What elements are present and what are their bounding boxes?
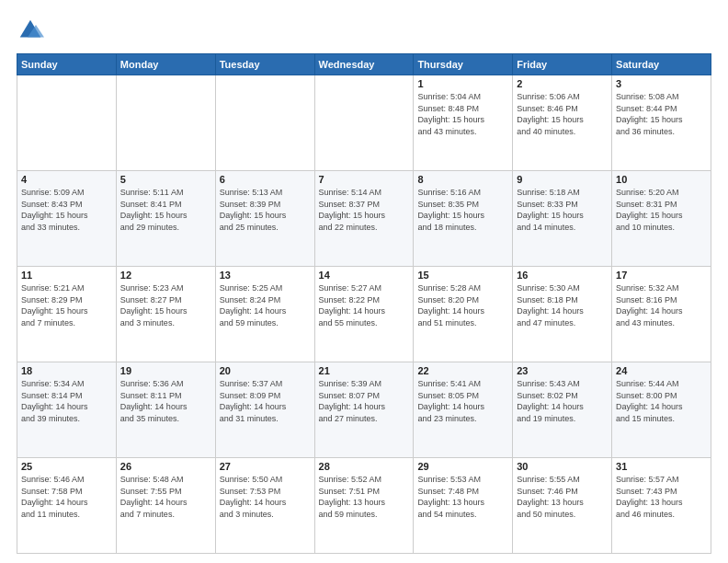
- day-info: Sunrise: 5:16 AM Sunset: 8:35 PM Dayligh…: [417, 187, 508, 233]
- day-number: 22: [417, 365, 508, 376]
- calendar-cell: 1Sunrise: 5:04 AM Sunset: 8:48 PM Daylig…: [414, 75, 513, 171]
- day-number: 19: [120, 365, 211, 376]
- day-info: Sunrise: 5:04 AM Sunset: 8:48 PM Dayligh…: [417, 91, 508, 137]
- day-number: 27: [220, 461, 311, 472]
- calendar-cell: [215, 75, 314, 171]
- weekday-header-wednesday: Wednesday: [314, 54, 414, 75]
- day-info: Sunrise: 5:25 AM Sunset: 8:24 PM Dayligh…: [220, 282, 311, 328]
- calendar-cell: 17Sunrise: 5:32 AM Sunset: 8:16 PM Dayli…: [612, 267, 711, 362]
- header: [17, 17, 711, 44]
- weekday-header-saturday: Saturday: [612, 54, 711, 75]
- day-number: 30: [517, 461, 608, 472]
- calendar-cell: 13Sunrise: 5:25 AM Sunset: 8:24 PM Dayli…: [215, 267, 314, 362]
- day-number: 28: [319, 461, 410, 472]
- calendar-table: SundayMondayTuesdayWednesdayThursdayFrid…: [17, 53, 711, 554]
- calendar-cell: 22Sunrise: 5:41 AM Sunset: 8:05 PM Dayli…: [414, 362, 513, 458]
- calendar-cell: 26Sunrise: 5:48 AM Sunset: 7:55 PM Dayli…: [116, 458, 215, 554]
- day-info: Sunrise: 5:52 AM Sunset: 7:51 PM Dayligh…: [319, 474, 410, 520]
- day-number: 9: [517, 174, 608, 185]
- weekday-header-monday: Monday: [116, 54, 215, 75]
- day-info: Sunrise: 5:32 AM Sunset: 8:16 PM Dayligh…: [616, 282, 707, 328]
- week-row-2: 11Sunrise: 5:21 AM Sunset: 8:29 PM Dayli…: [17, 267, 711, 362]
- page: SundayMondayTuesdayWednesdayThursdayFrid…: [0, 0, 728, 563]
- day-number: 1: [417, 78, 508, 89]
- logo: [17, 17, 48, 44]
- day-number: 2: [517, 78, 608, 89]
- calendar-cell: 6Sunrise: 5:13 AM Sunset: 8:39 PM Daylig…: [215, 171, 314, 267]
- day-info: Sunrise: 5:13 AM Sunset: 8:39 PM Dayligh…: [220, 187, 311, 233]
- day-number: 4: [21, 174, 112, 185]
- day-info: Sunrise: 5:27 AM Sunset: 8:22 PM Dayligh…: [319, 282, 410, 328]
- day-number: 23: [517, 365, 608, 376]
- weekday-header-thursday: Thursday: [414, 54, 513, 75]
- day-number: 18: [21, 365, 112, 376]
- day-info: Sunrise: 5:11 AM Sunset: 8:41 PM Dayligh…: [120, 187, 211, 233]
- calendar-cell: 8Sunrise: 5:16 AM Sunset: 8:35 PM Daylig…: [414, 171, 513, 267]
- week-row-3: 18Sunrise: 5:34 AM Sunset: 8:14 PM Dayli…: [17, 362, 711, 458]
- calendar-cell: 20Sunrise: 5:37 AM Sunset: 8:09 PM Dayli…: [215, 362, 314, 458]
- calendar-cell: 11Sunrise: 5:21 AM Sunset: 8:29 PM Dayli…: [17, 267, 117, 362]
- day-number: 24: [616, 365, 707, 376]
- calendar-cell: 29Sunrise: 5:53 AM Sunset: 7:48 PM Dayli…: [414, 458, 513, 554]
- calendar-cell: 31Sunrise: 5:57 AM Sunset: 7:43 PM Dayli…: [612, 458, 711, 554]
- day-number: 8: [417, 174, 508, 185]
- day-info: Sunrise: 5:18 AM Sunset: 8:33 PM Dayligh…: [517, 187, 608, 233]
- calendar-cell: 7Sunrise: 5:14 AM Sunset: 8:37 PM Daylig…: [314, 171, 414, 267]
- day-number: 29: [417, 461, 508, 472]
- day-info: Sunrise: 5:50 AM Sunset: 7:53 PM Dayligh…: [220, 474, 311, 520]
- day-number: 12: [120, 270, 211, 281]
- day-info: Sunrise: 5:09 AM Sunset: 8:43 PM Dayligh…: [21, 187, 112, 233]
- day-info: Sunrise: 5:37 AM Sunset: 8:09 PM Dayligh…: [220, 378, 311, 424]
- day-info: Sunrise: 5:20 AM Sunset: 8:31 PM Dayligh…: [616, 187, 707, 233]
- calendar-cell: 3Sunrise: 5:08 AM Sunset: 8:44 PM Daylig…: [612, 75, 711, 171]
- day-number: 26: [120, 461, 211, 472]
- day-number: 14: [319, 270, 410, 281]
- day-info: Sunrise: 5:21 AM Sunset: 8:29 PM Dayligh…: [21, 282, 112, 328]
- calendar-cell: 25Sunrise: 5:46 AM Sunset: 7:58 PM Dayli…: [17, 458, 117, 554]
- weekday-header-friday: Friday: [513, 54, 612, 75]
- calendar-cell: 27Sunrise: 5:50 AM Sunset: 7:53 PM Dayli…: [215, 458, 314, 554]
- day-number: 6: [220, 174, 311, 185]
- day-info: Sunrise: 5:55 AM Sunset: 7:46 PM Dayligh…: [517, 474, 608, 520]
- calendar-cell: 28Sunrise: 5:52 AM Sunset: 7:51 PM Dayli…: [314, 458, 414, 554]
- weekday-header-row: SundayMondayTuesdayWednesdayThursdayFrid…: [17, 54, 711, 75]
- calendar-cell: [116, 75, 215, 171]
- calendar-cell: 4Sunrise: 5:09 AM Sunset: 8:43 PM Daylig…: [17, 171, 117, 267]
- calendar-cell: 30Sunrise: 5:55 AM Sunset: 7:46 PM Dayli…: [513, 458, 612, 554]
- day-number: 11: [21, 270, 112, 281]
- calendar-cell: 24Sunrise: 5:44 AM Sunset: 8:00 PM Dayli…: [612, 362, 711, 458]
- week-row-4: 25Sunrise: 5:46 AM Sunset: 7:58 PM Dayli…: [17, 458, 711, 554]
- day-info: Sunrise: 5:46 AM Sunset: 7:58 PM Dayligh…: [21, 474, 112, 520]
- day-info: Sunrise: 5:34 AM Sunset: 8:14 PM Dayligh…: [21, 378, 112, 424]
- day-info: Sunrise: 5:36 AM Sunset: 8:11 PM Dayligh…: [120, 378, 211, 424]
- day-number: 13: [220, 270, 311, 281]
- calendar-cell: 9Sunrise: 5:18 AM Sunset: 8:33 PM Daylig…: [513, 171, 612, 267]
- calendar-cell: 18Sunrise: 5:34 AM Sunset: 8:14 PM Dayli…: [17, 362, 117, 458]
- day-number: 3: [616, 78, 707, 89]
- calendar-cell: 21Sunrise: 5:39 AM Sunset: 8:07 PM Dayli…: [314, 362, 414, 458]
- day-info: Sunrise: 5:06 AM Sunset: 8:46 PM Dayligh…: [517, 91, 608, 137]
- day-info: Sunrise: 5:23 AM Sunset: 8:27 PM Dayligh…: [120, 282, 211, 328]
- calendar-cell: [314, 75, 414, 171]
- calendar-cell: 14Sunrise: 5:27 AM Sunset: 8:22 PM Dayli…: [314, 267, 414, 362]
- weekday-header-sunday: Sunday: [17, 54, 117, 75]
- week-row-0: 1Sunrise: 5:04 AM Sunset: 8:48 PM Daylig…: [17, 75, 711, 171]
- calendar-cell: 12Sunrise: 5:23 AM Sunset: 8:27 PM Dayli…: [116, 267, 215, 362]
- weekday-header-tuesday: Tuesday: [215, 54, 314, 75]
- day-number: 7: [319, 174, 410, 185]
- calendar-cell: [17, 75, 117, 171]
- calendar-cell: 16Sunrise: 5:30 AM Sunset: 8:18 PM Dayli…: [513, 267, 612, 362]
- day-number: 17: [616, 270, 707, 281]
- day-number: 5: [120, 174, 211, 185]
- calendar-cell: 2Sunrise: 5:06 AM Sunset: 8:46 PM Daylig…: [513, 75, 612, 171]
- calendar-cell: 23Sunrise: 5:43 AM Sunset: 8:02 PM Dayli…: [513, 362, 612, 458]
- day-info: Sunrise: 5:39 AM Sunset: 8:07 PM Dayligh…: [319, 378, 410, 424]
- day-info: Sunrise: 5:57 AM Sunset: 7:43 PM Dayligh…: [616, 474, 707, 520]
- calendar-cell: 5Sunrise: 5:11 AM Sunset: 8:41 PM Daylig…: [116, 171, 215, 267]
- day-info: Sunrise: 5:28 AM Sunset: 8:20 PM Dayligh…: [417, 282, 508, 328]
- day-number: 21: [319, 365, 410, 376]
- day-number: 16: [517, 270, 608, 281]
- day-number: 31: [616, 461, 707, 472]
- day-info: Sunrise: 5:43 AM Sunset: 8:02 PM Dayligh…: [517, 378, 608, 424]
- day-number: 20: [220, 365, 311, 376]
